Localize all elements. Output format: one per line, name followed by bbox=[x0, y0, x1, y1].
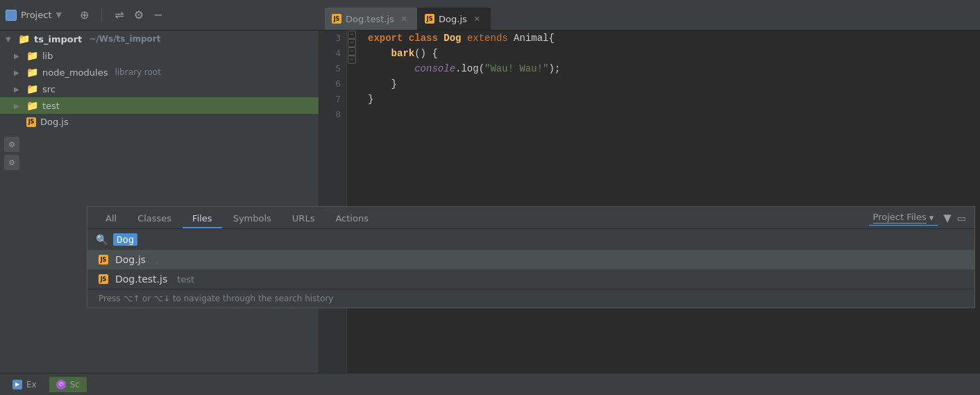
search-tab-urls[interactable]: URLs bbox=[282, 210, 325, 228]
chevron-down-icon: ▾ bbox=[929, 212, 934, 223]
line-numbers: 3 4 5 6 7 8 bbox=[319, 31, 347, 373]
result-filename: Dog.test.js bbox=[115, 274, 167, 285]
tab-close-icon[interactable]: ✕ bbox=[401, 15, 407, 24]
result-path: . bbox=[155, 255, 158, 265]
panel-tab-scope[interactable]: ⏱ Sc bbox=[49, 377, 87, 392]
fold-markers: − − − − bbox=[347, 31, 360, 373]
tree-item-label: test bbox=[42, 101, 60, 111]
toolbar-left: Project ▼ ⊕ ⇌ ⚙ − bbox=[6, 8, 325, 22]
search-tab-symbols[interactable]: Symbols bbox=[223, 210, 281, 228]
code-line-7: } bbox=[368, 92, 972, 107]
tree-item-node-modules[interactable]: ▶ 📁 node_modules library root bbox=[0, 64, 319, 81]
tree-root[interactable]: ▼ 📁 ts_import ~/Ws/ts_import bbox=[0, 31, 319, 47]
editor-area: 3 4 5 6 7 8 − − − − bbox=[319, 31, 980, 373]
js-icon: JS bbox=[425, 14, 434, 24]
chevron-right-icon: ▶ bbox=[14, 69, 22, 76]
sidebar-extra-icons: ⚙ ⚙ bbox=[0, 133, 319, 174]
tree-item-src[interactable]: ▶ 📁 src bbox=[0, 81, 319, 97]
scope-dropdown[interactable]: Project Files ▾ bbox=[869, 210, 938, 226]
code-line-8 bbox=[368, 107, 972, 122]
result-list: JS Dog.js . JS Dog.test.js test bbox=[87, 250, 974, 289]
result-path: test bbox=[177, 274, 194, 285]
root-path: ~/Ws/ts_import bbox=[89, 34, 160, 44]
minimize-icon[interactable]: − bbox=[153, 8, 162, 22]
result-item-dog-js[interactable]: JS Dog.js . bbox=[87, 250, 974, 269]
sidebar-tree: ▼ 📁 ts_import ~/Ws/ts_import ▶ 📁 lib ▶ 📁… bbox=[0, 31, 319, 373]
tab-label: Dog.js bbox=[439, 14, 467, 24]
tab-label: Dog.test.js bbox=[346, 14, 394, 24]
code-line-3: export class Dog extends Animal{ bbox=[368, 31, 972, 46]
filter-icon[interactable]: ▼ bbox=[943, 212, 952, 224]
js-file-icon: JS bbox=[99, 274, 108, 284]
fold-marker[interactable]: − bbox=[348, 56, 356, 64]
panel-tab-label: Sc bbox=[70, 380, 80, 389]
tree-item-label: node_modules bbox=[42, 67, 108, 78]
layout-icon[interactable]: ⇌ bbox=[115, 8, 124, 22]
result-item-dog-test-js[interactable]: JS Dog.test.js test bbox=[87, 269, 974, 289]
chevron-right-icon: ▶ bbox=[14, 102, 22, 110]
clock-icon: ⏱ bbox=[56, 380, 66, 389]
tree-item-label: lib bbox=[42, 51, 53, 61]
folder-icon: 📁 bbox=[26, 100, 38, 111]
chevron-down-icon: ▼ bbox=[6, 35, 14, 43]
sidebar: ▼ 📁 ts_import ~/Ws/ts_import ▶ 📁 lib ▶ 📁… bbox=[0, 31, 319, 373]
folder-icon: 📁 bbox=[26, 67, 38, 78]
tab-dog-js[interactable]: JS Dog.js ✕ bbox=[418, 8, 491, 30]
folder-icon: 📁 bbox=[26, 50, 38, 61]
search-tab-classes[interactable]: Classes bbox=[128, 210, 181, 228]
sidebar-icon-settings2[interactable]: ⚙ bbox=[4, 155, 19, 170]
toolbar-title: Project bbox=[21, 10, 51, 20]
chevron-right-icon: ▶ bbox=[14, 85, 22, 93]
tabs-bar: JS Dog.test.js ✕ JS Dog.js ✕ bbox=[325, 0, 974, 30]
root-label: ts_import bbox=[34, 34, 82, 44]
code-line-4: bark() { bbox=[368, 46, 972, 61]
toolbar-icons: ⊕ ⇌ ⚙ − bbox=[80, 8, 163, 22]
tab-close-icon[interactable]: ✕ bbox=[474, 15, 480, 24]
dropdown-arrow[interactable]: ▼ bbox=[56, 10, 61, 19]
js-file-icon: JS bbox=[99, 255, 108, 264]
tree-item-label: src bbox=[42, 84, 56, 94]
search-tab-files[interactable]: Files bbox=[183, 210, 222, 228]
main-area: ▼ 📁 ts_import ~/Ws/ts_import ▶ 📁 lib ▶ 📁… bbox=[0, 31, 980, 373]
search-popup: All Classes Files Symbols URLs Actions P… bbox=[87, 206, 975, 308]
tree-item-test[interactable]: ▶ 📁 test bbox=[0, 97, 319, 114]
js-file-icon: JS bbox=[26, 117, 36, 127]
separator bbox=[101, 8, 102, 22]
search-tabs-bar: All Classes Files Symbols URLs Actions P… bbox=[87, 207, 974, 229]
code-body: export class Dog extends Animal{ bark() … bbox=[360, 31, 980, 373]
folder-icon: 📁 bbox=[18, 33, 30, 44]
bottom-panel: ▶ Ex ⏱ Sc bbox=[0, 373, 980, 395]
search-highlight-text: Dog bbox=[113, 233, 137, 246]
panel-tab-explorer[interactable]: ▶ Ex bbox=[6, 377, 44, 392]
search-tab-actions-area: Project Files ▾ ▼ ▭ bbox=[869, 210, 966, 228]
tree-item-dog-js[interactable]: ▶ JS Dog.js bbox=[0, 114, 319, 130]
search-tab-actions[interactable]: Actions bbox=[326, 210, 378, 228]
add-icon[interactable]: ⊕ bbox=[80, 8, 89, 22]
settings-icon[interactable]: ⚙ bbox=[134, 8, 144, 22]
code-line-6: } bbox=[368, 76, 972, 92]
project-icon bbox=[6, 10, 17, 21]
code-line-5: console.log("Wau! Wau!"); bbox=[368, 61, 972, 76]
preview-icon[interactable]: ▭ bbox=[957, 212, 966, 224]
result-filename: Dog.js bbox=[115, 254, 146, 265]
panel-tab-label: Ex bbox=[26, 380, 37, 389]
sidebar-icon-settings1[interactable]: ⚙ bbox=[4, 137, 19, 152]
library-root-badge: library root bbox=[115, 67, 160, 77]
search-input-row: 🔍 Dog bbox=[87, 229, 974, 250]
scope-label: Project Files bbox=[873, 212, 927, 224]
chevron-right-icon: ▶ bbox=[14, 52, 22, 60]
search-tab-all[interactable]: All bbox=[96, 210, 126, 228]
search-icon: 🔍 bbox=[96, 234, 108, 245]
folder-icon: 📁 bbox=[26, 83, 38, 94]
tab-dog-test-js[interactable]: JS Dog.test.js ✕ bbox=[325, 8, 418, 30]
tree-item-label: Dog.js bbox=[40, 117, 69, 127]
js-icon: JS bbox=[332, 14, 341, 24]
editor-content: 3 4 5 6 7 8 − − − − bbox=[319, 31, 980, 373]
toolbar: Project ▼ ⊕ ⇌ ⚙ − JS Dog.test.js ✕ JS Do… bbox=[0, 0, 980, 31]
panel-tab-icon: ▶ bbox=[12, 380, 22, 389]
tree-item-lib[interactable]: ▶ 📁 lib bbox=[0, 47, 319, 64]
search-hint: Press ⌥↑ or ⌥↓ to navigate through the s… bbox=[87, 289, 974, 308]
